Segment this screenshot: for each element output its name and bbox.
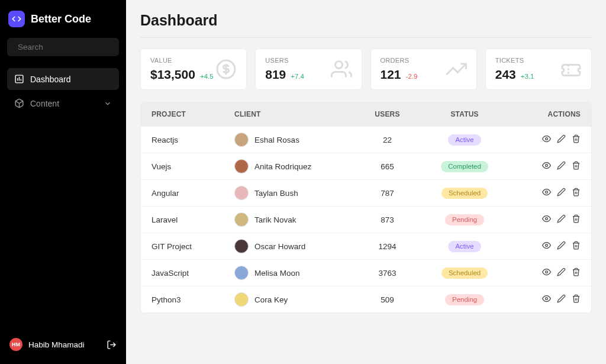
- stat-delta: -2.9: [406, 73, 418, 80]
- status-badge: Completed: [441, 161, 488, 172]
- edit-icon[interactable]: [557, 241, 566, 250]
- users-cell: 22: [356, 127, 419, 153]
- stat-label: VALUE: [150, 57, 214, 64]
- actions-cell: [511, 180, 591, 207]
- trend-icon: [446, 59, 467, 80]
- project-cell: Angular: [141, 180, 224, 207]
- table-row: JavaScriptMelisa Moon3763Scheduled: [141, 260, 591, 286]
- status-cell: Completed: [418, 153, 511, 180]
- actions-cell: [511, 233, 591, 260]
- svg-point-15: [546, 165, 548, 167]
- svg-point-19: [546, 271, 548, 273]
- status-cell: Scheduled: [418, 260, 511, 286]
- status-cell: Active: [418, 127, 511, 153]
- dollar-icon: [215, 59, 237, 80]
- actions-cell: [511, 127, 591, 153]
- chevron-down-icon: [104, 99, 112, 108]
- edit-icon[interactable]: [557, 214, 566, 223]
- actions-cell: [511, 207, 591, 233]
- svg-point-16: [546, 191, 548, 194]
- edit-icon[interactable]: [557, 294, 566, 303]
- stat-value: $13,500: [150, 67, 195, 82]
- stat-label: USERS: [265, 57, 304, 64]
- stat-card: ORDERS121-2.9: [370, 49, 477, 90]
- stat-label: ORDERS: [381, 57, 418, 64]
- delete-icon[interactable]: [572, 241, 581, 250]
- actions-cell: [511, 286, 591, 313]
- search-input[interactable]: [7, 38, 119, 56]
- svg-point-14: [546, 138, 548, 140]
- search-field[interactable]: [18, 43, 118, 51]
- svg-point-17: [546, 218, 548, 220]
- client-cell: Taylan Bush: [224, 180, 356, 207]
- status-badge: Scheduled: [441, 268, 488, 279]
- delete-icon[interactable]: [572, 161, 581, 170]
- client-name: Cora Key: [254, 295, 288, 304]
- column-header: CLIENT: [224, 102, 356, 127]
- view-icon[interactable]: [542, 188, 551, 197]
- client-name: Eshal Rosas: [254, 136, 299, 144]
- view-icon[interactable]: [542, 268, 551, 276]
- stat-cards: VALUE$13,500+4.5USERS819+7.4ORDERS121-2.…: [140, 49, 592, 90]
- status-badge: Pending: [445, 294, 484, 305]
- user-name: Habib Mhamadi: [28, 340, 85, 349]
- project-cell: Laravel: [141, 207, 224, 233]
- avatar: [234, 133, 249, 147]
- client-name: Anita Rodriquez: [254, 162, 311, 171]
- delete-icon[interactable]: [572, 134, 581, 143]
- sidebar-item-content[interactable]: Content: [7, 92, 119, 114]
- edit-icon[interactable]: [557, 161, 566, 170]
- edit-icon[interactable]: [557, 134, 566, 143]
- avatar: [234, 292, 249, 307]
- view-icon[interactable]: [542, 241, 551, 250]
- avatar: HM: [9, 338, 22, 351]
- project-cell: Python3: [141, 286, 224, 313]
- table-row: VuejsAnita Rodriquez665Completed: [141, 153, 591, 180]
- actions-cell: [511, 260, 591, 286]
- column-header: STATUS: [418, 102, 511, 127]
- users-cell: 1294: [356, 233, 419, 260]
- projects-table: PROJECTCLIENTUSERSSTATUSACTIONS ReactjsE…: [140, 102, 592, 313]
- delete-icon[interactable]: [572, 268, 581, 276]
- sidebar-item-dashboard[interactable]: Dashboard: [7, 68, 119, 90]
- view-icon[interactable]: [542, 214, 551, 223]
- delete-icon[interactable]: [572, 188, 581, 197]
- view-icon[interactable]: [542, 134, 551, 143]
- code-icon: [8, 11, 25, 27]
- sidebar-item-label: Dashboard: [30, 75, 71, 84]
- users-cell: 787: [356, 180, 419, 207]
- page-title: Dashboard: [140, 12, 592, 38]
- client-name: Oscar Howard: [254, 242, 305, 251]
- view-icon[interactable]: [542, 294, 551, 303]
- avatar: [234, 159, 249, 173]
- project-cell: JavaScript: [141, 260, 224, 286]
- client-name: Tarik Novak: [254, 215, 296, 224]
- view-icon[interactable]: [542, 161, 551, 170]
- edit-icon[interactable]: [557, 188, 566, 197]
- user-footer: HM Habib Mhamadi: [7, 334, 119, 355]
- users-cell: 3763: [356, 260, 419, 286]
- avatar: [234, 212, 249, 227]
- stat-card: VALUE$13,500+4.5: [140, 49, 247, 90]
- client-cell: Tarik Novak: [224, 207, 356, 233]
- stat-delta: +7.4: [291, 73, 304, 80]
- client-cell: Eshal Rosas: [224, 127, 356, 153]
- table-row: AngularTaylan Bush787Scheduled: [141, 180, 591, 207]
- client-name: Taylan Bush: [254, 189, 298, 198]
- status-badge: Active: [448, 134, 481, 146]
- actions-cell: [511, 153, 591, 180]
- main-content: Dashboard VALUE$13,500+4.5USERS819+7.4OR…: [126, 0, 606, 364]
- users-icon: [331, 59, 352, 80]
- client-cell: Cora Key: [224, 286, 356, 313]
- svg-point-20: [546, 298, 548, 300]
- client-name: Melisa Moon: [254, 269, 300, 278]
- delete-icon[interactable]: [572, 294, 581, 303]
- edit-icon[interactable]: [557, 268, 566, 276]
- delete-icon[interactable]: [572, 214, 581, 223]
- avatar: [234, 239, 249, 253]
- table-row: Python3Cora Key509Pending: [141, 286, 591, 313]
- table-row: GIT ProjectOscar Howard1294Active: [141, 233, 591, 260]
- logout-icon[interactable]: [107, 340, 117, 350]
- client-cell: Oscar Howard: [224, 233, 356, 260]
- svg-point-18: [546, 244, 548, 247]
